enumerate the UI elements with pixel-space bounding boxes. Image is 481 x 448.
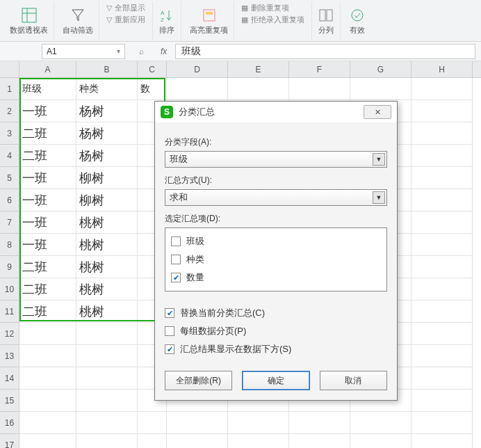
ok-button[interactable]: 确定 xyxy=(242,371,309,390)
row-header[interactable]: 15 xyxy=(0,390,19,412)
row-header[interactable]: 4 xyxy=(0,145,19,167)
cell[interactable] xyxy=(411,78,473,100)
method-select[interactable]: 求和 ▼ xyxy=(165,189,387,206)
cell[interactable] xyxy=(411,367,473,390)
row-header[interactable]: 2 xyxy=(0,100,19,122)
cell[interactable] xyxy=(76,323,138,345)
row-header[interactable]: 7 xyxy=(0,211,19,234)
cancel-button[interactable]: 取消 xyxy=(320,371,387,390)
cell[interactable]: 杨树 xyxy=(76,122,138,145)
cell[interactable]: 桃树 xyxy=(76,211,138,234)
cell[interactable] xyxy=(411,189,473,211)
cell[interactable] xyxy=(411,301,473,323)
cell[interactable] xyxy=(167,434,228,448)
cell[interactable]: 杨树 xyxy=(76,145,138,167)
summary-item[interactable]: ✔数量 xyxy=(171,269,381,287)
ribbon-sort[interactable]: AZ 排序 xyxy=(152,1,181,40)
cell[interactable]: 一班 xyxy=(19,234,76,256)
cell[interactable]: 数 xyxy=(138,78,167,100)
cell[interactable] xyxy=(289,434,350,448)
cell[interactable] xyxy=(350,434,411,448)
cell[interactable]: 二班 xyxy=(19,122,76,145)
ribbon-validation[interactable]: 有效 xyxy=(343,1,371,40)
row-header[interactable]: 8 xyxy=(0,234,19,256)
cell[interactable] xyxy=(411,412,473,434)
cell[interactable]: 桃树 xyxy=(76,278,138,301)
cell[interactable]: 桃树 xyxy=(76,301,138,323)
ribbon-highlightdup[interactable]: 高亮重复项 xyxy=(184,1,234,40)
row-header[interactable]: 16 xyxy=(0,412,19,434)
cell[interactable] xyxy=(411,256,473,278)
cell[interactable] xyxy=(76,412,138,434)
zoom-icon[interactable]: ⌕ xyxy=(139,47,144,56)
cell[interactable] xyxy=(289,412,350,434)
field-select[interactable]: 班级 ▼ xyxy=(165,151,387,168)
cell[interactable] xyxy=(411,390,473,412)
cell[interactable] xyxy=(19,323,76,345)
cell[interactable]: 柳树 xyxy=(76,167,138,189)
cell[interactable] xyxy=(411,167,473,189)
cell[interactable]: 一班 xyxy=(19,167,76,189)
cell[interactable] xyxy=(228,434,289,448)
cell[interactable] xyxy=(350,78,411,100)
cell[interactable] xyxy=(19,390,76,412)
cell[interactable]: 二班 xyxy=(19,301,76,323)
items-listbox[interactable]: 班级种类✔数量 xyxy=(165,227,387,291)
row-header[interactable]: 10 xyxy=(0,278,19,301)
cell[interactable] xyxy=(76,434,138,448)
row-header[interactable]: 1 xyxy=(0,78,19,100)
cell[interactable] xyxy=(228,78,289,100)
row-header[interactable]: 6 xyxy=(0,189,19,211)
cell[interactable] xyxy=(411,278,473,301)
cell[interactable]: 种类 xyxy=(76,78,138,100)
ribbon-pivottable[interactable]: 数据透视表 xyxy=(4,1,54,40)
column-header[interactable]: G xyxy=(350,61,411,77)
cell[interactable] xyxy=(76,367,138,390)
column-header[interactable]: A xyxy=(19,61,76,77)
row-header[interactable]: 12 xyxy=(0,323,19,345)
formula-input[interactable]: 班级 xyxy=(175,44,475,59)
ribbon-reapply[interactable]: ▽ 重新应用 xyxy=(106,15,145,25)
ribbon-removedup[interactable]: ▦ 删除重复项 xyxy=(241,3,304,13)
cell[interactable] xyxy=(289,78,350,100)
cell[interactable] xyxy=(167,412,228,434)
opt-below[interactable]: ✔ 汇总结果显示在数据下方(S) xyxy=(165,340,387,358)
cell[interactable]: 一班 xyxy=(19,189,76,211)
remove-all-button[interactable]: 全部删除(R) xyxy=(165,371,232,390)
column-header[interactable]: E xyxy=(228,61,289,77)
row-header[interactable]: 9 xyxy=(0,256,19,278)
cell[interactable]: 桃树 xyxy=(76,256,138,278)
row-header[interactable]: 5 xyxy=(0,167,19,189)
cell[interactable]: 班级 xyxy=(19,78,76,100)
summary-item[interactable]: 种类 xyxy=(171,250,381,269)
cell[interactable] xyxy=(167,78,228,100)
column-header[interactable]: H xyxy=(411,61,473,77)
dialog-titlebar[interactable]: S 分类汇总 ✕ xyxy=(155,102,397,122)
row-header[interactable]: 11 xyxy=(0,301,19,323)
cell[interactable] xyxy=(19,412,76,434)
cell[interactable] xyxy=(411,234,473,256)
cell[interactable] xyxy=(411,122,473,145)
cell[interactable] xyxy=(76,345,138,367)
column-header[interactable]: F xyxy=(289,61,350,77)
column-header[interactable]: B xyxy=(76,61,138,77)
column-header[interactable]: C xyxy=(138,61,167,77)
cell[interactable] xyxy=(19,345,76,367)
cell[interactable] xyxy=(350,412,411,434)
name-box[interactable]: A1 ▾ xyxy=(42,44,125,59)
cell[interactable] xyxy=(411,345,473,367)
cell[interactable]: 一班 xyxy=(19,100,76,122)
cell[interactable]: 一班 xyxy=(19,211,76,234)
cell[interactable]: 杨树 xyxy=(76,100,138,122)
summary-item[interactable]: 班级 xyxy=(171,232,381,250)
cell[interactable] xyxy=(411,100,473,122)
ribbon-texttocolumns[interactable]: 分列 xyxy=(311,1,341,40)
cell[interactable]: 桃树 xyxy=(76,234,138,256)
column-header[interactable]: D xyxy=(167,61,228,77)
row-header[interactable]: 14 xyxy=(0,367,19,390)
cell[interactable]: 二班 xyxy=(19,278,76,301)
cell[interactable] xyxy=(411,434,473,448)
ribbon-autofilter[interactable]: 自动筛选 xyxy=(57,1,99,40)
cell[interactable] xyxy=(411,145,473,167)
cell[interactable]: 二班 xyxy=(19,256,76,278)
